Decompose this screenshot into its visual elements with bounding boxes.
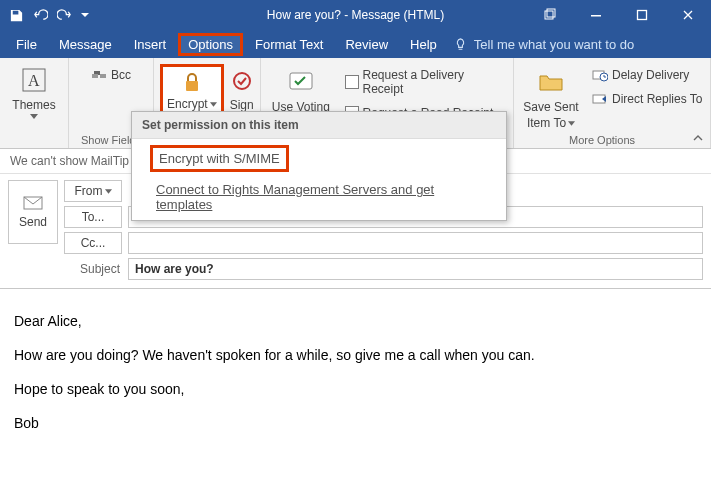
bcc-icon	[91, 69, 107, 81]
window-popup-icon[interactable]	[527, 0, 573, 30]
delay-delivery-label: Delay Delivery	[612, 68, 689, 82]
svg-rect-8	[100, 74, 106, 78]
direct-replies-button[interactable]: Direct Replies To	[592, 92, 702, 106]
tell-me-label: Tell me what you want to do	[474, 37, 634, 52]
cc-input[interactable]	[128, 232, 703, 254]
save-sent-button[interactable]: Save Sent Item To	[520, 64, 582, 132]
body-line: Dear Alice,	[14, 307, 697, 335]
group-themes: A Themes	[0, 58, 69, 148]
redo-icon[interactable]	[56, 7, 72, 23]
subject-label: Subject	[64, 262, 122, 276]
delay-delivery-button[interactable]: Delay Delivery	[592, 68, 702, 82]
menu-format-text[interactable]: Format Text	[245, 33, 333, 56]
chevron-down-icon	[210, 102, 217, 107]
titlebar: How are you? - Message (HTML)	[0, 0, 711, 30]
sign-label: Sign	[230, 98, 254, 112]
subject-input[interactable]	[128, 258, 703, 280]
more-options-label: More Options	[514, 132, 690, 146]
delay-delivery-icon	[592, 68, 608, 82]
cc-row: Cc...	[64, 232, 703, 254]
quick-access-toolbar	[0, 7, 90, 23]
send-icon	[23, 196, 43, 212]
body-line: How are you doing? We haven't spoken for…	[14, 341, 697, 369]
connect-rms-item[interactable]: Connect to Rights Management Servers and…	[132, 174, 506, 220]
encrypt-label: Encrypt	[167, 97, 208, 111]
cc-button[interactable]: Cc...	[64, 232, 122, 254]
ribbon: A Themes Bcc Show Fields Encrypt Sig	[0, 58, 711, 149]
sign-button[interactable]: Sign	[228, 66, 256, 114]
svg-rect-1	[547, 9, 555, 17]
menu-file[interactable]: File	[6, 33, 47, 56]
send-label: Send	[19, 215, 47, 229]
window-controls	[527, 0, 711, 30]
voting-icon	[285, 66, 317, 98]
menu-message[interactable]: Message	[49, 33, 122, 56]
svg-text:A: A	[28, 72, 40, 89]
lightbulb-icon	[453, 37, 468, 52]
direct-replies-label: Direct Replies To	[612, 92, 702, 106]
svg-point-10	[234, 73, 250, 89]
subject-row: Subject	[64, 258, 703, 280]
encrypt-smime-item[interactable]: Encrypt with S/MIME	[150, 145, 289, 172]
menu-bar: File Message Insert Options Format Text …	[0, 30, 711, 58]
body-line: Hope to speak to you soon,	[14, 375, 697, 403]
close-button[interactable]	[665, 0, 711, 30]
maximize-button[interactable]	[619, 0, 665, 30]
dropdown-header: Set permission on this item	[132, 112, 506, 139]
group-more-options: Save Sent Item To Delay Delivery Direct …	[514, 58, 711, 148]
encrypt-button[interactable]: Encrypt	[160, 64, 224, 116]
save-sent-l2: Item To	[527, 116, 566, 130]
themes-icon: A	[18, 64, 50, 96]
request-delivery-checkbox[interactable]: Request a Delivery Receipt	[345, 68, 507, 96]
bcc-label: Bcc	[111, 68, 131, 82]
checkbox-icon	[345, 75, 359, 89]
save-sent-l1: Save Sent	[523, 100, 578, 114]
save-icon[interactable]	[8, 7, 24, 23]
menu-review[interactable]: Review	[335, 33, 398, 56]
menu-options[interactable]: Options	[178, 33, 243, 56]
tell-me-search[interactable]: Tell me what you want to do	[453, 37, 634, 52]
svg-rect-3	[638, 11, 647, 20]
themes-label: Themes	[12, 98, 55, 112]
chevron-down-icon	[105, 189, 112, 194]
request-delivery-label: Request a Delivery Receipt	[363, 68, 507, 96]
minimize-button[interactable]	[573, 0, 619, 30]
menu-insert[interactable]: Insert	[124, 33, 177, 56]
svg-rect-7	[92, 74, 98, 78]
direct-replies-icon	[592, 92, 608, 106]
folder-icon	[535, 66, 567, 98]
lock-icon	[178, 69, 206, 97]
svg-rect-9	[186, 81, 198, 91]
menu-help[interactable]: Help	[400, 33, 447, 56]
undo-icon[interactable]	[32, 7, 48, 23]
themes-button[interactable]: A Themes	[10, 62, 57, 121]
to-button[interactable]: To...	[64, 206, 122, 228]
send-button[interactable]: Send	[8, 180, 58, 244]
mailtips-text: We can't show MailTip	[10, 154, 129, 168]
svg-rect-0	[545, 11, 553, 19]
message-body[interactable]: Dear Alice, How are you doing? We haven'…	[0, 288, 711, 461]
chevron-down-icon	[568, 121, 575, 126]
body-line: Bob	[14, 409, 697, 437]
from-button[interactable]: From	[64, 180, 122, 202]
encrypt-dropdown: Set permission on this item Encrypt with…	[131, 111, 507, 221]
sign-icon	[230, 68, 254, 96]
qat-dropdown-icon[interactable]	[80, 7, 90, 23]
collapse-ribbon-icon[interactable]	[692, 134, 704, 144]
bcc-button[interactable]: Bcc	[91, 68, 131, 82]
svg-rect-2	[591, 15, 601, 17]
chevron-down-icon	[30, 114, 38, 119]
